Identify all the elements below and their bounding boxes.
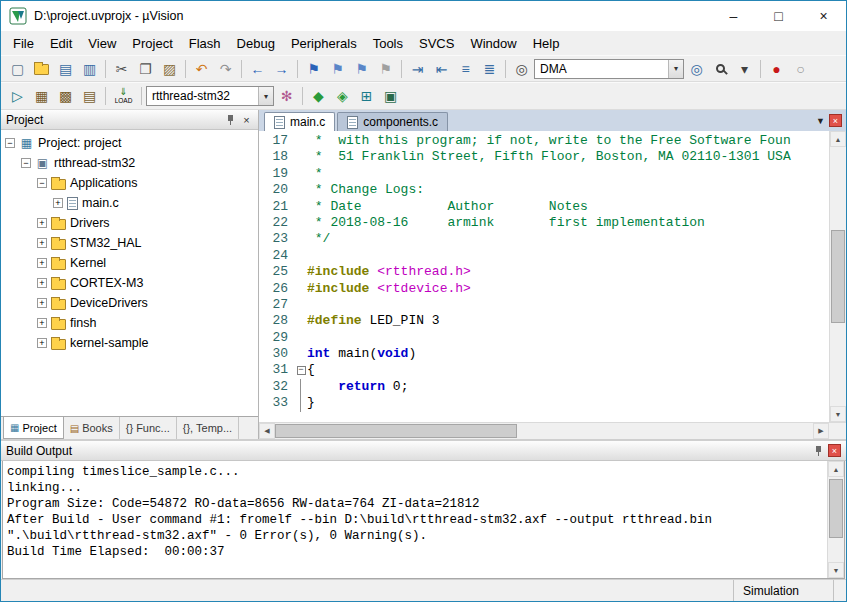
find-combo[interactable]: DMA▾ <box>534 59 684 79</box>
build-vertical-scrollbar[interactable]: ▲ ▼ <box>827 461 844 578</box>
menu-window[interactable]: Window <box>462 33 524 54</box>
scroll-left-icon[interactable]: ◀ <box>259 423 275 439</box>
outdent-icon[interactable]: ⇤ <box>430 58 453 79</box>
menu-edit[interactable]: Edit <box>42 33 80 54</box>
save-icon[interactable]: ▤ <box>54 58 77 79</box>
find-next-icon[interactable]: ◎ <box>685 58 708 79</box>
editor-horizontal-scrollbar[interactable]: ◀ ▶ <box>259 422 846 439</box>
build-icon[interactable]: ▦ <box>30 86 53 107</box>
editor-vscroll-thumb[interactable] <box>831 230 845 323</box>
pin-icon[interactable] <box>226 114 235 126</box>
pack-installer-icon[interactable]: ⊞ <box>355 86 378 107</box>
scroll-right-icon[interactable]: ▶ <box>813 423 829 439</box>
navigate-forward-icon[interactable]: → <box>270 58 293 79</box>
fold-collapse-icon[interactable]: − <box>295 362 307 378</box>
tree-item-stm32-hal[interactable]: +STM32_HAL <box>1 233 258 253</box>
editor-hscroll-track[interactable] <box>275 423 813 439</box>
panel-tab-project[interactable]: ▦Project <box>3 417 64 439</box>
menu-file[interactable]: File <box>5 33 42 54</box>
books-window-icon[interactable]: ▣ <box>379 86 402 107</box>
menu-peripherals[interactable]: Peripherals <box>283 33 365 54</box>
tree-item-kernel[interactable]: +Kernel <box>1 253 258 273</box>
editor-tab-main-c[interactable]: main.c <box>264 112 335 131</box>
tree-item-kernel-sample[interactable]: +kernel-sample <box>1 333 258 353</box>
undo-icon[interactable]: ↶ <box>190 58 213 79</box>
build-output-close-icon[interactable]: × <box>828 444 841 457</box>
tree-item-main-c[interactable]: +main.c <box>1 193 258 213</box>
uncomment-selection-icon[interactable]: ≣ <box>478 58 501 79</box>
comment-selection-icon[interactable]: ≡ <box>454 58 477 79</box>
download-icon[interactable]: ⇓LOAD <box>110 84 137 109</box>
expand-icon[interactable]: + <box>37 298 47 308</box>
new-file-icon[interactable]: ▢ <box>6 58 29 79</box>
maximize-button[interactable]: □ <box>756 1 801 31</box>
menu-help[interactable]: Help <box>525 33 568 54</box>
build-output-log[interactable]: compiling timeslice_sample.c...linking..… <box>3 461 827 578</box>
build-scroll-up-icon[interactable]: ▲ <box>828 461 844 477</box>
project-panel-close-icon[interactable]: × <box>240 114 253 126</box>
tab-list-dropdown-icon[interactable]: ▼ <box>816 116 825 126</box>
batch-build-icon[interactable]: ▤ <box>78 86 101 107</box>
menu-debug[interactable]: Debug <box>229 33 283 54</box>
scroll-down-icon[interactable]: ▼ <box>830 406 846 422</box>
editor-vscroll-track[interactable] <box>830 147 846 406</box>
build-vscroll-track[interactable] <box>828 477 844 562</box>
expand-icon[interactable]: + <box>37 258 47 268</box>
help-circle-icon[interactable]: ○ <box>789 58 812 79</box>
expand-icon[interactable]: + <box>37 238 47 248</box>
open-file-icon[interactable] <box>30 58 53 79</box>
target-combo-dropdown-icon[interactable]: ▾ <box>258 87 273 105</box>
bookmark-prev-icon[interactable]: ⚑ <box>326 58 349 79</box>
build-vscroll-thumb[interactable] <box>829 479 843 539</box>
tree-item-project-project[interactable]: −▦Project: project <box>1 133 258 153</box>
bookmark-clear-icon[interactable]: ⚑ <box>374 58 397 79</box>
build-pin-icon[interactable] <box>814 445 823 457</box>
search-dropdown-icon[interactable]: ▾ <box>733 58 756 79</box>
menu-tools[interactable]: Tools <box>365 33 411 54</box>
tree-item-rtthread-stm32[interactable]: −▣rtthread-stm32 <box>1 153 258 173</box>
menu-project[interactable]: Project <box>124 33 180 54</box>
find-in-files-icon[interactable]: ◎ <box>510 58 533 79</box>
menu-flash[interactable]: Flash <box>181 33 229 54</box>
debug-record-icon[interactable]: ● <box>765 58 788 79</box>
rebuild-icon[interactable]: ▩ <box>54 86 77 107</box>
expand-icon[interactable]: + <box>53 198 63 208</box>
find-combo-dropdown-icon[interactable]: ▾ <box>668 60 683 78</box>
menu-view[interactable]: View <box>80 33 124 54</box>
scroll-up-icon[interactable]: ▲ <box>830 131 846 147</box>
minimize-button[interactable]: – <box>711 1 756 31</box>
paste-icon[interactable]: ▨ <box>158 58 181 79</box>
panel-tab-temp[interactable]: {}, Temp... <box>177 417 239 439</box>
close-file-icon[interactable]: × <box>829 114 842 127</box>
expand-icon[interactable]: + <box>37 278 47 288</box>
manage-rte-icon[interactable]: ◆ <box>307 86 330 107</box>
tree-item-devicedrivers[interactable]: +DeviceDrivers <box>1 293 258 313</box>
expand-icon[interactable]: + <box>37 318 47 328</box>
search-icon[interactable] <box>709 58 732 79</box>
navigate-back-icon[interactable]: ← <box>246 58 269 79</box>
tree-item-finsh[interactable]: +finsh <box>1 313 258 333</box>
panel-tab-func[interactable]: {} Func... <box>120 417 177 439</box>
manage-components-icon[interactable]: ◈ <box>331 86 354 107</box>
editor-hscroll-thumb[interactable] <box>275 424 517 438</box>
panel-tab-books[interactable]: ▤Books <box>64 417 120 439</box>
editor-tab-components-c[interactable]: components.c <box>337 112 448 131</box>
cut-icon[interactable]: ✂ <box>110 58 133 79</box>
close-button[interactable]: × <box>801 1 846 31</box>
build-scroll-down-icon[interactable]: ▼ <box>828 562 844 578</box>
redo-icon[interactable]: ↷ <box>214 58 237 79</box>
tree-item-drivers[interactable]: +Drivers <box>1 213 258 233</box>
bookmark-next-icon[interactable]: ⚑ <box>350 58 373 79</box>
indent-icon[interactable]: ⇥ <box>406 58 429 79</box>
collapse-icon[interactable]: − <box>37 178 47 188</box>
tree-item-cortex-m3[interactable]: +CORTEX-M3 <box>1 273 258 293</box>
code-editor[interactable]: 17 * with this program; if not, write to… <box>259 131 829 422</box>
copy-icon[interactable]: ❐ <box>134 58 157 79</box>
collapse-icon[interactable]: − <box>21 158 31 168</box>
target-combo[interactable]: rtthread-stm32▾ <box>146 86 274 106</box>
editor-vertical-scrollbar[interactable]: ▲ ▼ <box>829 131 846 422</box>
expand-icon[interactable]: + <box>37 338 47 348</box>
expand-icon[interactable]: + <box>37 218 47 228</box>
tree-item-applications[interactable]: −Applications <box>1 173 258 193</box>
save-all-icon[interactable]: ▥ <box>78 58 101 79</box>
